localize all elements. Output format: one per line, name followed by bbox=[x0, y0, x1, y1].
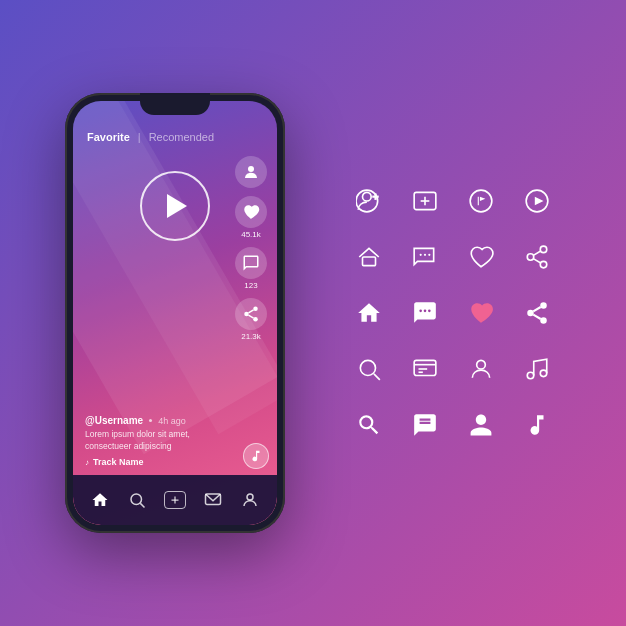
chat-count: 123 bbox=[244, 281, 257, 290]
icons-grid bbox=[345, 177, 561, 449]
nav-add-box bbox=[164, 491, 186, 509]
svg-point-27 bbox=[540, 246, 547, 253]
nav-messages[interactable] bbox=[199, 486, 227, 514]
svg-rect-23 bbox=[363, 257, 376, 266]
add-media-outlined-icon[interactable] bbox=[401, 177, 449, 225]
svg-point-3 bbox=[253, 317, 258, 322]
svg-point-11 bbox=[247, 494, 253, 500]
play-outlined-icon[interactable] bbox=[513, 177, 561, 225]
svg-point-25 bbox=[424, 254, 426, 256]
like-icon-item[interactable]: 45.1k bbox=[235, 196, 267, 239]
tab-divider: | bbox=[138, 131, 141, 143]
share-icon-item[interactable]: 21.3k bbox=[235, 298, 267, 341]
svg-point-48 bbox=[540, 370, 547, 377]
svg-point-35 bbox=[540, 302, 547, 309]
message-filled-icon[interactable] bbox=[401, 401, 449, 449]
svg-point-24 bbox=[420, 254, 422, 256]
svg-point-37 bbox=[540, 317, 547, 324]
person-filled-icon[interactable] bbox=[457, 401, 505, 449]
music-fab[interactable] bbox=[243, 443, 269, 469]
avatar-icon-item[interactable] bbox=[235, 156, 267, 188]
user-row: @Username 4h ago bbox=[85, 415, 227, 426]
nav-profile[interactable] bbox=[236, 486, 264, 514]
tab-recommended[interactable]: Recomended bbox=[149, 131, 214, 143]
svg-point-12 bbox=[363, 192, 372, 201]
svg-line-30 bbox=[533, 259, 540, 263]
svg-line-38 bbox=[533, 315, 540, 319]
svg-point-20 bbox=[470, 190, 492, 212]
search-outlined-icon[interactable] bbox=[345, 345, 393, 393]
side-icons: 45.1k 123 21.3k bbox=[235, 156, 267, 341]
svg-point-28 bbox=[527, 254, 534, 261]
share-filled-icon[interactable] bbox=[513, 289, 561, 337]
home-outlined-icon[interactable] bbox=[345, 233, 393, 281]
main-container: Favorite | Recomended bbox=[0, 0, 626, 626]
message-outlined-icon[interactable] bbox=[401, 345, 449, 393]
music-note-outlined-icon[interactable] bbox=[513, 345, 561, 393]
track-name: Track Name bbox=[93, 457, 144, 467]
svg-line-41 bbox=[374, 374, 380, 380]
svg-point-26 bbox=[428, 254, 430, 256]
svg-point-34 bbox=[428, 310, 431, 313]
svg-rect-42 bbox=[414, 360, 436, 375]
share-count: 21.3k bbox=[241, 332, 261, 341]
svg-point-6 bbox=[131, 494, 142, 505]
avatar-circle bbox=[235, 156, 267, 188]
svg-line-4 bbox=[248, 315, 253, 318]
share-circle bbox=[235, 298, 267, 330]
chat-filled-icon[interactable] bbox=[401, 289, 449, 337]
svg-point-40 bbox=[360, 360, 375, 375]
nav-add[interactable] bbox=[161, 486, 189, 514]
chat-circle bbox=[235, 247, 267, 279]
svg-point-2 bbox=[244, 312, 249, 317]
svg-marker-22 bbox=[535, 197, 544, 206]
share-outlined-icon[interactable] bbox=[513, 233, 561, 281]
play-button[interactable] bbox=[140, 171, 210, 241]
svg-line-31 bbox=[533, 251, 540, 255]
music-note-filled-icon[interactable] bbox=[513, 401, 561, 449]
heart-outlined-icon[interactable] bbox=[457, 233, 505, 281]
svg-point-46 bbox=[477, 360, 486, 369]
chat-outlined-icon[interactable] bbox=[401, 233, 449, 281]
svg-point-33 bbox=[424, 310, 427, 313]
description: Lorem ipsum dolor sit amet,consectueer a… bbox=[85, 429, 227, 453]
tab-favorite[interactable]: Favorite bbox=[87, 131, 130, 143]
nav-home[interactable] bbox=[86, 486, 114, 514]
phone-nav bbox=[73, 475, 277, 525]
phone-notch bbox=[140, 93, 210, 115]
svg-line-39 bbox=[533, 307, 540, 311]
add-user-outlined-icon[interactable] bbox=[345, 177, 393, 225]
svg-line-5 bbox=[248, 310, 253, 313]
music-outlined-icon[interactable] bbox=[457, 177, 505, 225]
nav-search[interactable] bbox=[123, 486, 151, 514]
time-ago: 4h ago bbox=[158, 416, 186, 426]
dot-separator bbox=[149, 419, 152, 422]
heart-pink-filled-icon[interactable] bbox=[457, 289, 505, 337]
svg-point-47 bbox=[527, 372, 534, 379]
svg-point-32 bbox=[419, 310, 422, 313]
home-filled-icon[interactable] bbox=[345, 289, 393, 337]
svg-point-1 bbox=[253, 307, 258, 312]
like-count: 45.1k bbox=[241, 230, 261, 239]
play-triangle-icon bbox=[167, 194, 187, 218]
svg-point-29 bbox=[540, 261, 547, 268]
phone-screen: Favorite | Recomended bbox=[73, 101, 277, 525]
phone: Favorite | Recomended bbox=[65, 93, 285, 533]
track-row: ♪ Track Name bbox=[85, 457, 227, 467]
person-outlined-icon[interactable] bbox=[457, 345, 505, 393]
chat-icon-item[interactable]: 123 bbox=[235, 247, 267, 290]
svg-line-7 bbox=[141, 503, 145, 507]
svg-point-0 bbox=[248, 166, 254, 172]
svg-point-36 bbox=[527, 310, 534, 317]
search-filled-icon[interactable] bbox=[345, 401, 393, 449]
like-circle bbox=[235, 196, 267, 228]
username[interactable]: @Username bbox=[85, 415, 143, 426]
user-info: @Username 4h ago Lorem ipsum dolor sit a… bbox=[85, 415, 227, 467]
music-note-icon: ♪ bbox=[85, 458, 89, 467]
